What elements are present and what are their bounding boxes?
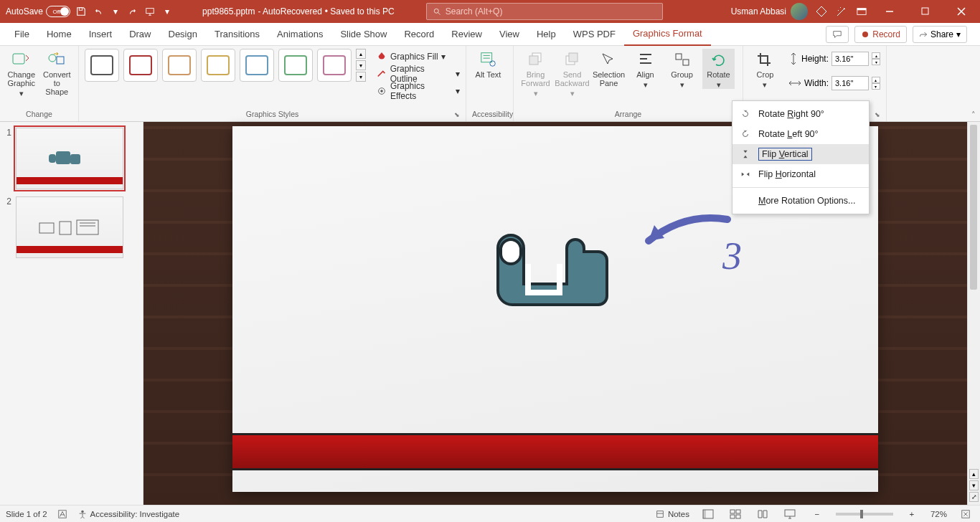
crop-button[interactable]: Crop▾	[749, 49, 781, 89]
scrollbar-thumb[interactable]	[970, 125, 977, 290]
collapse-ribbon-button[interactable]: ˄	[971, 110, 976, 120]
ribbon-display-icon[interactable]	[855, 5, 868, 18]
tab-animations[interactable]: Animations	[268, 23, 331, 46]
width-spin-up[interactable]: ▴	[872, 77, 880, 83]
tab-review[interactable]: Review	[443, 23, 491, 46]
style-swatch-7[interactable]	[317, 49, 352, 82]
accessibility-status[interactable]: Accessibility: Investigate	[77, 509, 180, 519]
autosave-toggle[interactable]: AutoSave Off	[6, 6, 70, 17]
rotate-button[interactable]: Rotate▾	[702, 49, 735, 89]
style-swatch-1[interactable]	[85, 49, 119, 82]
title-bar: AutoSave Off ▾ ▾ ppt9865.pptm - AutoReco…	[0, 0, 980, 23]
svg-rect-24	[60, 222, 71, 234]
search-box[interactable]	[426, 3, 663, 20]
record-button[interactable]: Record	[854, 26, 907, 43]
qat-more-icon[interactable]: ▾	[161, 5, 174, 18]
minimize-button[interactable]	[875, 0, 904, 23]
maximize-button[interactable]	[911, 0, 940, 23]
zoom-level[interactable]: 72%	[930, 510, 947, 518]
prev-slide-button[interactable]: ▴	[969, 469, 979, 479]
height-spin-down[interactable]: ▾	[872, 59, 880, 65]
avatar	[791, 3, 808, 20]
flip-vertical[interactable]: Flip Vertical	[732, 144, 869, 164]
height-input[interactable]	[831, 52, 869, 66]
share-button[interactable]: Share▾	[913, 26, 967, 43]
graphics-fill-button[interactable]: Graphics Fill▾	[376, 49, 460, 65]
svg-rect-17	[569, 53, 578, 62]
spellcheck-status[interactable]	[57, 509, 67, 519]
fit-slide-button[interactable]: ⤢	[969, 492, 979, 502]
slide-thumbnail-2[interactable]	[16, 196, 123, 258]
slideshow-view-button[interactable]	[781, 507, 798, 521]
change-graphic-button[interactable]: Change Graphic▾	[6, 49, 37, 98]
height-spin-up[interactable]: ▴	[872, 52, 880, 59]
next-slide-button[interactable]: ▾	[969, 480, 979, 490]
graphics-effects-button[interactable]: Graphics Effects▾	[376, 83, 460, 99]
size-dialog-launcher[interactable]: ⬊	[875, 111, 883, 120]
alt-text-button[interactable]: Alt Text	[472, 49, 504, 79]
flip-horizontal[interactable]: Flip Horizontal	[732, 164, 869, 184]
width-spin-down[interactable]: ▾	[872, 83, 880, 90]
tab-help[interactable]: Help	[528, 23, 565, 46]
record-label: Record	[872, 29, 900, 39]
slide-thumbnail-1[interactable]	[16, 128, 123, 189]
tab-design[interactable]: Design	[160, 23, 206, 46]
comments-button[interactable]	[826, 26, 849, 43]
tab-graphics-format[interactable]: Graphics Format	[624, 23, 711, 46]
search-input[interactable]	[446, 6, 656, 16]
group-button[interactable]: Group▾	[666, 49, 698, 89]
redo-icon[interactable]	[126, 5, 139, 18]
rotate-left-90[interactable]: Rotate Left 90°	[732, 124, 869, 144]
fit-to-window-button[interactable]	[957, 507, 974, 521]
slide-sorter-view-button[interactable]	[727, 507, 744, 521]
close-button[interactable]	[947, 0, 976, 23]
normal-view-button[interactable]	[699, 507, 717, 521]
gallery-more[interactable]: ▾	[356, 72, 366, 82]
zoom-in-button[interactable]: +	[903, 507, 920, 521]
style-swatch-5[interactable]	[240, 49, 274, 82]
present-from-start-icon[interactable]	[143, 5, 156, 18]
send-backward-button[interactable]: Send Backward▾	[556, 49, 588, 98]
style-swatch-2[interactable]	[123, 49, 158, 82]
tab-draw[interactable]: Draw	[121, 23, 159, 46]
vertical-scrollbar[interactable]: ▴ ▾ ⤢	[967, 122, 980, 505]
style-swatch-6[interactable]	[278, 49, 313, 82]
zoom-slider[interactable]	[836, 513, 893, 516]
zoom-out-button[interactable]: −	[809, 507, 826, 521]
convert-to-shape-button[interactable]: Convert to Shape	[42, 49, 73, 96]
gallery-scroll-down[interactable]: ▾	[356, 60, 366, 70]
tab-slideshow[interactable]: Slide Show	[331, 23, 395, 46]
graphics-outline-button[interactable]: Graphics Outline▾	[376, 66, 460, 82]
save-icon[interactable]	[75, 5, 88, 18]
reading-view-button[interactable]	[754, 507, 771, 521]
align-button[interactable]: Align▾	[629, 49, 661, 89]
group-label-change: Change	[6, 108, 72, 120]
svg-rect-21	[49, 154, 56, 163]
account-button[interactable]: Usman Abbasi	[731, 3, 808, 20]
graphics-style-gallery[interactable]: ▴ ▾ ▾	[85, 49, 367, 82]
magic-icon[interactable]	[835, 5, 848, 18]
selected-graphic[interactable]	[484, 219, 613, 320]
bring-forward-button[interactable]: Bring Forward▾	[519, 49, 552, 98]
tab-wps[interactable]: WPS PDF	[565, 23, 624, 46]
tab-home[interactable]: Home	[38, 23, 80, 46]
slide-thumbnail-pane[interactable]: 1 2	[0, 122, 143, 505]
tab-transitions[interactable]: Transitions	[206, 23, 268, 46]
gallery-scroll-up[interactable]: ▴	[356, 49, 366, 59]
tab-record[interactable]: Record	[395, 23, 443, 46]
notes-button[interactable]: Notes	[655, 509, 689, 519]
rotate-right-90[interactable]: Rotate Right 90°	[732, 104, 869, 124]
diamond-icon[interactable]	[815, 5, 828, 18]
style-swatch-3[interactable]	[162, 49, 197, 82]
svg-point-2	[434, 9, 438, 13]
style-swatch-4[interactable]	[201, 49, 235, 82]
styles-dialog-launcher[interactable]: ⬊	[454, 111, 463, 120]
tab-insert[interactable]: Insert	[80, 23, 121, 46]
undo-dropdown-icon[interactable]: ▾	[109, 5, 122, 18]
tab-view[interactable]: View	[491, 23, 528, 46]
undo-icon[interactable]	[92, 5, 105, 18]
selection-pane-button[interactable]: Selection Pane	[593, 49, 625, 87]
tab-file[interactable]: File	[6, 23, 38, 46]
more-rotation-options[interactable]: More Rotation Options...	[732, 191, 869, 211]
width-input[interactable]	[831, 76, 869, 90]
